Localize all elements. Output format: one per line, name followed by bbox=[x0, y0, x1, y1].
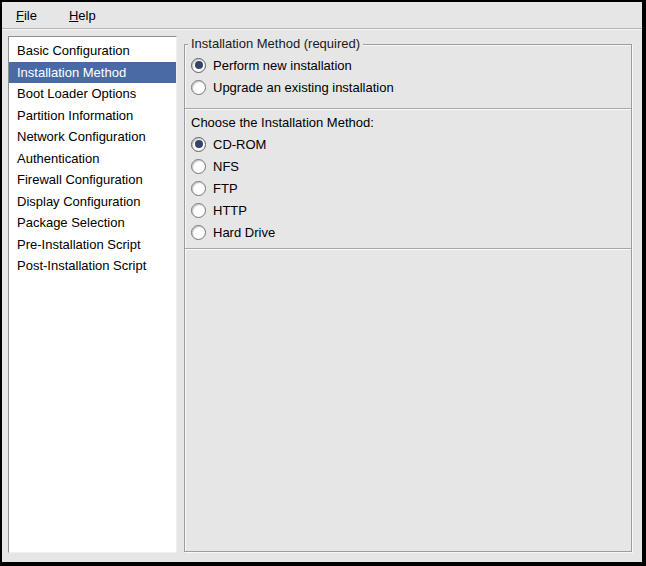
sidebar-item-package-selection[interactable]: Package Selection bbox=[9, 212, 176, 234]
sidebar-item-firewall-configuration[interactable]: Firewall Configuration bbox=[9, 169, 176, 191]
sidebar-item-display-configuration[interactable]: Display Configuration bbox=[9, 191, 176, 213]
radio-button-icon bbox=[191, 181, 206, 196]
radio-label: FTP bbox=[213, 181, 238, 196]
radio-button-icon bbox=[191, 159, 206, 174]
radio-button-icon bbox=[191, 58, 206, 73]
sidebar-item-post-installation-script[interactable]: Post-Installation Script bbox=[9, 255, 176, 277]
radio-button-icon bbox=[191, 203, 206, 218]
radio-label: Upgrade an existing installation bbox=[213, 80, 394, 95]
menu-help-accel: H bbox=[69, 8, 78, 23]
radio-button-icon bbox=[191, 80, 206, 95]
section-separator bbox=[185, 248, 631, 250]
sidebar-item-pre-installation-script[interactable]: Pre-Installation Script bbox=[9, 234, 176, 256]
installation-method-frame: Installation Method (required) Perform n… bbox=[184, 44, 632, 552]
menu-file-rest: ile bbox=[24, 8, 37, 23]
radio-hard-drive[interactable]: Hard Drive bbox=[185, 221, 631, 243]
sidebar-item-installation-method[interactable]: Installation Method bbox=[9, 62, 176, 84]
menu-help[interactable]: Help bbox=[65, 6, 100, 25]
sidebar-item-boot-loader-options[interactable]: Boot Loader Options bbox=[9, 83, 176, 105]
radio-ftp[interactable]: FTP bbox=[185, 177, 631, 199]
radio-label: NFS bbox=[213, 159, 239, 174]
radio-label: CD-ROM bbox=[213, 137, 266, 152]
sidebar-list: Basic Configuration Installation Method … bbox=[8, 36, 177, 553]
method-section-label: Choose the Installation Method: bbox=[185, 113, 631, 133]
sidebar-item-basic-configuration[interactable]: Basic Configuration bbox=[9, 40, 176, 62]
radio-label: Hard Drive bbox=[213, 225, 275, 240]
kickstart-configurator-window: File Help Basic Configuration Installati… bbox=[0, 0, 646, 566]
radio-label: Perform new installation bbox=[213, 58, 352, 73]
sidebar-item-authentication[interactable]: Authentication bbox=[9, 148, 176, 170]
radio-button-icon bbox=[191, 137, 206, 152]
frame-content: Perform new installation Upgrade an exis… bbox=[185, 45, 631, 250]
radio-http[interactable]: HTTP bbox=[185, 199, 631, 221]
radio-perform-new-installation[interactable]: Perform new installation bbox=[185, 54, 631, 76]
radio-cdrom[interactable]: CD-ROM bbox=[185, 133, 631, 155]
menu-file-accel: F bbox=[16, 8, 24, 23]
section-separator bbox=[185, 108, 631, 110]
radio-nfs[interactable]: NFS bbox=[185, 155, 631, 177]
menu-help-rest: elp bbox=[78, 8, 95, 23]
radio-label: HTTP bbox=[213, 203, 247, 218]
radio-button-icon bbox=[191, 225, 206, 240]
sidebar-item-partition-information[interactable]: Partition Information bbox=[9, 105, 176, 127]
menubar: File Help bbox=[2, 2, 642, 29]
radio-upgrade-existing-installation[interactable]: Upgrade an existing installation bbox=[185, 76, 631, 98]
sidebar-item-network-configuration[interactable]: Network Configuration bbox=[9, 126, 176, 148]
frame-title: Installation Method (required) bbox=[188, 36, 363, 52]
menu-file[interactable]: File bbox=[12, 6, 41, 25]
